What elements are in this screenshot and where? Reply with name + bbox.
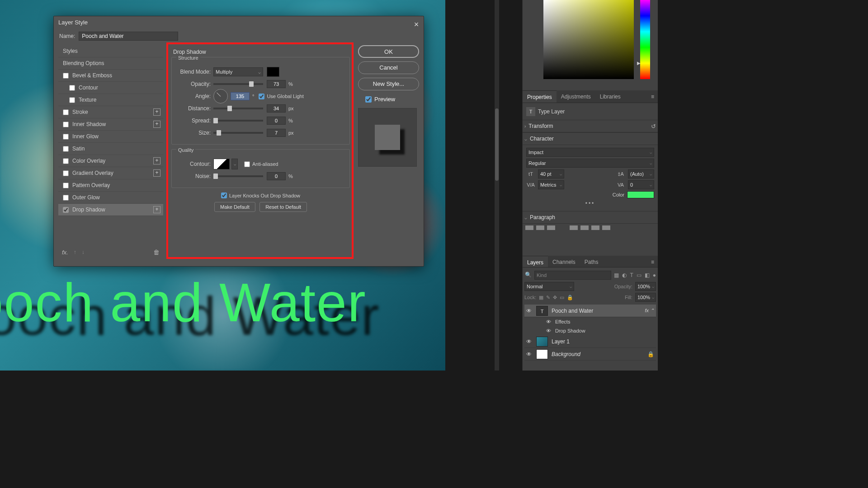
tab-properties[interactable]: Properties <box>523 90 557 103</box>
opacity-dropdown[interactable]: 100% <box>635 282 656 291</box>
tracking-dropdown[interactable]: 0 <box>628 180 654 189</box>
character-section[interactable]: ⌵Character <box>523 132 658 145</box>
reset-default-button[interactable]: Reset to Default <box>259 202 307 212</box>
distance-input[interactable] <box>267 104 286 113</box>
drop-shadow-row[interactable]: Drop Shadow+ <box>58 204 163 216</box>
spread-slider[interactable] <box>213 120 263 122</box>
ok-button[interactable]: OK <box>358 45 419 58</box>
lock-all-icon[interactable]: 🔒 <box>567 295 573 300</box>
kerning-dropdown[interactable]: Metrics <box>538 180 564 189</box>
bevel-emboss-row[interactable]: Bevel & Emboss <box>58 70 163 82</box>
anti-aliased-checkbox[interactable]: Anti-aliased <box>244 161 278 167</box>
move-down-icon[interactable]: ↓ <box>82 249 85 255</box>
size-slider[interactable] <box>213 132 263 134</box>
contour-row[interactable]: Contour <box>58 82 163 94</box>
filter-shape-icon[interactable]: ▭ <box>637 272 642 278</box>
tab-libraries[interactable]: Libraries <box>595 90 625 103</box>
inner-shadow-row[interactable]: Inner Shadow+ <box>58 118 163 131</box>
cancel-button[interactable]: Cancel <box>358 61 419 74</box>
outer-glow-row[interactable]: Outer Glow <box>58 192 163 204</box>
trash-icon[interactable]: 🗑 <box>153 249 160 256</box>
blending-options-row[interactable]: Blending Options <box>58 57 163 70</box>
knockout-checkbox[interactable]: Layer Knocks Out Drop Shadow <box>171 192 350 198</box>
opacity-slider[interactable] <box>213 83 263 85</box>
color-field[interactable] <box>543 0 634 79</box>
visibility-icon[interactable]: 👁 <box>526 308 533 314</box>
tab-layers[interactable]: Layers <box>523 256 548 267</box>
fill-dropdown[interactable]: 100% <box>635 293 656 302</box>
layer-background[interactable]: 👁 Background 🔒 <box>524 348 656 361</box>
noise-input[interactable] <box>267 172 286 180</box>
font-size-dropdown[interactable]: 40 pt <box>538 169 564 178</box>
filter-kind-dropdown[interactable] <box>534 271 611 280</box>
noise-slider[interactable] <box>213 175 263 177</box>
justify-all-icon[interactable] <box>602 225 610 230</box>
text-color-swatch[interactable] <box>627 191 654 198</box>
inner-glow-row[interactable]: Inner Glow <box>58 131 163 143</box>
layer-text[interactable]: 👁 T Pooch and Water fx ⌃ <box>524 305 656 317</box>
angle-input[interactable] <box>231 92 250 100</box>
justify-right-icon[interactable] <box>591 225 599 230</box>
add-icon[interactable]: + <box>153 108 160 116</box>
visibility-icon[interactable]: 👁 <box>526 338 533 345</box>
spread-input[interactable] <box>267 117 286 125</box>
satin-row[interactable]: Satin <box>58 143 163 155</box>
filter-toggle-icon[interactable]: ● <box>653 272 656 278</box>
close-icon[interactable]: × <box>412 18 421 27</box>
search-icon[interactable]: 🔍 <box>524 272 532 279</box>
align-left-icon[interactable] <box>525 225 533 230</box>
lock-position-icon[interactable]: ✥ <box>553 295 557 300</box>
add-icon[interactable]: + <box>153 206 160 213</box>
visibility-icon[interactable]: 👁 <box>526 351 533 357</box>
shadow-color-swatch[interactable] <box>267 67 279 77</box>
fx-icon[interactable]: fx. <box>62 249 68 256</box>
add-icon[interactable]: + <box>153 157 160 164</box>
lock-transparent-icon[interactable]: ▦ <box>539 295 543 300</box>
filter-smart-icon[interactable]: ◧ <box>645 272 650 278</box>
contour-swatch[interactable] <box>213 159 230 169</box>
fx-badge-icon[interactable]: fx ⌃ <box>645 308 654 314</box>
tab-paths[interactable]: Paths <box>580 256 603 267</box>
filter-type-icon[interactable]: T <box>630 272 633 278</box>
tab-adjustments[interactable]: Adjustments <box>557 90 595 103</box>
size-input[interactable] <box>267 129 286 137</box>
lock-brush-icon[interactable]: ✎ <box>546 295 550 300</box>
transform-section[interactable]: ›Transform↺ <box>523 120 658 132</box>
hue-slider[interactable] <box>640 0 650 79</box>
add-icon[interactable]: + <box>153 169 160 177</box>
new-style-button[interactable]: New Style... <box>358 78 419 90</box>
dialog-titlebar[interactable]: Layer Style × <box>54 16 424 29</box>
panel-menu-icon[interactable]: ≡ <box>647 256 658 267</box>
layer-name-input[interactable] <box>79 32 178 41</box>
font-family-dropdown[interactable]: Impact <box>526 148 654 157</box>
effects-row[interactable]: 👁Effects <box>524 317 656 326</box>
gradient-overlay-row[interactable]: Gradient Overlay+ <box>58 167 163 179</box>
justify-center-icon[interactable] <box>580 225 589 230</box>
lock-icon[interactable]: 🔒 <box>647 351 654 357</box>
lock-artboard-icon[interactable]: ▭ <box>560 295 564 300</box>
font-weight-dropdown[interactable]: Regular <box>526 159 654 168</box>
styles-header[interactable]: Styles <box>58 45 163 57</box>
stroke-row[interactable]: Stroke+ <box>58 106 163 118</box>
layer-1[interactable]: 👁 Layer 1 <box>524 335 656 348</box>
angle-dial[interactable] <box>213 89 228 103</box>
tab-channels[interactable]: Channels <box>548 256 580 267</box>
move-up-icon[interactable]: ↑ <box>74 249 76 255</box>
more-options-icon[interactable]: ••• <box>526 200 654 206</box>
leading-dropdown[interactable]: (Auto) <box>628 169 654 178</box>
color-overlay-row[interactable]: Color Overlay+ <box>58 155 163 167</box>
blend-mode-dropdown[interactable]: Normal <box>524 282 574 291</box>
align-right-icon[interactable] <box>547 225 555 230</box>
blend-mode-dropdown[interactable]: Multiply <box>213 67 263 76</box>
filter-adjustment-icon[interactable]: ◐ <box>622 272 627 278</box>
reset-icon[interactable]: ↺ <box>651 123 656 130</box>
contour-dropdown[interactable]: ⌵ <box>231 159 238 169</box>
distance-slider[interactable] <box>213 108 263 109</box>
opacity-input[interactable] <box>267 80 286 88</box>
align-center-icon[interactable] <box>536 225 544 230</box>
filter-pixel-icon[interactable]: ▦ <box>614 272 619 278</box>
document-scrollbar[interactable] <box>495 0 499 371</box>
add-icon[interactable]: + <box>153 121 160 128</box>
effect-drop-shadow-row[interactable]: 👁Drop Shadow <box>524 326 656 335</box>
panel-menu-icon[interactable]: ≡ <box>647 90 658 103</box>
